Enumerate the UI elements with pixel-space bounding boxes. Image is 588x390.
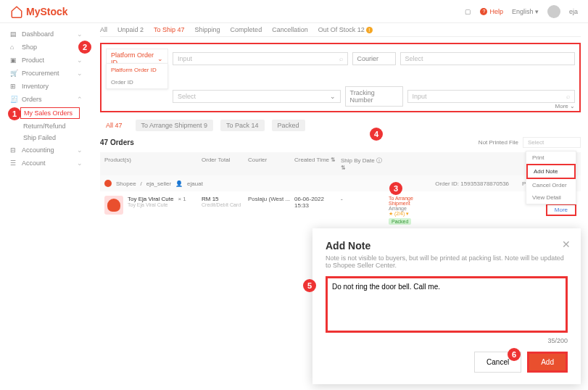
payment-type: Credit/Debit Card (202, 202, 245, 207)
sidebar: ▤Dashboard⌄ ⌂Shop ▣Product⌄ 🛒Procurement… (0, 23, 93, 229)
tab-toship[interactable]: To Ship 47 (154, 26, 185, 33)
tab-completed[interactable]: Completed (231, 26, 262, 33)
product-icon: ▣ (10, 57, 17, 64)
order-shipby: - (341, 196, 386, 202)
subtab-all[interactable]: All 47 (100, 120, 128, 131)
packed-badge: Packed (389, 218, 411, 225)
col-actions: Print Add Note Cancel Order View Detail (389, 157, 576, 171)
step-2-badge: 2 (78, 41, 91, 54)
modal-desc: Note is not visible to buyers, but will … (326, 254, 568, 269)
tracking-input[interactable]: Input⌕ (407, 90, 576, 103)
procure-icon: 🛒 (10, 70, 17, 77)
close-icon[interactable]: ✕ (562, 238, 571, 250)
courier-select[interactable]: Select (400, 52, 576, 65)
header-actions: ▢ ?Help English ▾ eja (465, 5, 578, 18)
avatar[interactable] (547, 5, 560, 18)
chevron-down-icon: ⌄ (330, 93, 336, 100)
buyer-name: ejauat (187, 181, 203, 187)
chevron-up-icon: ⌃ (77, 96, 83, 103)
dashboard-icon: ▤ (10, 30, 17, 38)
product-qty: × 1 (178, 196, 186, 215)
col-courier: Courier (248, 157, 291, 171)
logo-text: MyStock (26, 6, 68, 17)
order-row: Toy Eja Viral Cute Toy Eja Viral Cute × … (100, 191, 581, 229)
note-textarea[interactable] (326, 276, 568, 333)
app-header: MyStock ▢ ?Help English ▾ eja (0, 0, 588, 23)
accounting-icon: ⊟ (10, 146, 17, 154)
order-courier: Poslaju (West ... (248, 196, 291, 202)
search-icon: ⌕ (566, 93, 570, 100)
subtab-arrange[interactable]: To Arrange Shipment 9 (136, 120, 214, 131)
more-button[interactable]: More (546, 204, 576, 216)
seller-name: eja_seller (146, 181, 171, 187)
sidebar-item-inventory[interactable]: ⊞Inventory (0, 80, 93, 93)
inventory-icon: ⊞ (10, 83, 17, 90)
tab-oos[interactable]: Out Of Stock 12! (318, 26, 373, 33)
logo: MyStock (10, 5, 68, 18)
not-printed-select[interactable]: Select (523, 137, 581, 148)
sidebar-sub-shipfailed[interactable]: Ship Failed (0, 132, 93, 144)
orders-count: 47 Orders (100, 138, 134, 146)
notes-icon[interactable]: ▢ (465, 8, 471, 15)
filter-opt-platform-id[interactable]: Platform Order ID (107, 64, 167, 76)
chevron-down-icon: ⌄ (77, 57, 83, 64)
char-counter: 35/200 (326, 337, 568, 344)
chevron-down-icon: ⌄ (157, 55, 163, 62)
filter-panel: Platform Order ID⌄ Input⌕ Courier Select… (100, 43, 581, 112)
col-created[interactable]: Created Time ⇅ (294, 157, 338, 171)
shopee-icon (104, 180, 112, 187)
product-thumb (104, 196, 123, 215)
row-action-menu: Print Add Note Cancel Order View Detail (526, 151, 576, 204)
sidebar-item-account[interactable]: ☰Account⌄ (0, 157, 93, 170)
help-link[interactable]: ?Help (480, 8, 503, 15)
user-icon: 👤 (175, 181, 183, 187)
order-created: 06-06-2022 15:33 (294, 196, 338, 209)
courier-label: Courier (352, 52, 396, 65)
search-icon: ⌕ (339, 55, 343, 62)
step-1-badge: 1 (8, 107, 21, 120)
main-content: All Unpaid 2 To Ship 47 Shipping Complet… (93, 23, 588, 229)
status-arr2: Arrange (389, 206, 434, 211)
lang-select[interactable]: English ▾ (512, 8, 539, 15)
action-cancel[interactable]: Cancel Order (526, 179, 576, 191)
sidebar-sub-my-sales[interactable]: My Sales Orders (20, 107, 80, 119)
filter-select2[interactable]: Select⌄ (173, 90, 341, 103)
step-3-badge: 3 (389, 182, 402, 195)
add-button[interactable]: Add (527, 352, 568, 373)
filter-input[interactable]: Input⌕ (173, 52, 348, 65)
order-tabs: All Unpaid 2 To Ship 47 Shipping Complet… (100, 26, 581, 37)
add-note-modal: ✕ Add Note Note is not visible to buyers… (312, 228, 581, 384)
action-add-note[interactable]: Add Note (526, 164, 576, 179)
orders-icon: 🧾 (10, 96, 17, 103)
house-icon (10, 5, 23, 18)
sidebar-sub-return[interactable]: Return/Refund (0, 120, 93, 132)
col-shipby[interactable]: Ship By Date ⓘ ⇅ (341, 157, 386, 171)
action-print[interactable]: Print (526, 152, 576, 164)
sidebar-item-product[interactable]: ▣Product⌄ (0, 54, 93, 67)
action-view[interactable]: View Detail (526, 191, 576, 204)
platform-name: Shopee (116, 181, 136, 187)
subtab-packed[interactable]: Packed (272, 120, 305, 131)
subtab-pack[interactable]: To Pack 14 (220, 120, 265, 131)
user-name: eja (569, 8, 578, 15)
chevron-down-icon: ▾ (535, 8, 539, 15)
sidebar-item-procurement[interactable]: 🛒Procurement⌄ (0, 67, 93, 80)
sidebar-item-orders[interactable]: 🧾Orders⌃ (0, 93, 93, 106)
chevron-down-icon: ⌄ (77, 70, 83, 77)
ship-subtabs: All 47 To Arrange Shipment 9 To Pack 14 … (100, 120, 581, 131)
sidebar-item-accounting[interactable]: ⊟Accounting⌄ (0, 144, 93, 157)
warn-icon: ! (366, 27, 373, 33)
filter-opt-order-id[interactable]: Order ID (107, 76, 167, 88)
modal-title: Add Note (326, 240, 568, 252)
tab-all[interactable]: All (100, 26, 107, 33)
order-id: Order ID: 159353878870536 (435, 181, 509, 187)
tab-unpaid[interactable]: Unpaid 2 (117, 26, 144, 33)
table-header: Product(s) Order Total Courier Created T… (100, 152, 581, 175)
filter-more[interactable]: More ⌄ (555, 103, 575, 109)
tab-shipping[interactable]: Shipping (195, 26, 220, 33)
tab-cancel[interactable]: Cancellation (272, 26, 308, 33)
account-icon: ☰ (10, 159, 17, 167)
orders-header: 47 Orders Not Printed File Select (100, 137, 581, 148)
order-meta-row: Shopee / eja_seller 👤 ejauat Order ID: 1… (100, 175, 581, 191)
sidebar-item-dashboard[interactable]: ▤Dashboard⌄ (0, 28, 93, 41)
